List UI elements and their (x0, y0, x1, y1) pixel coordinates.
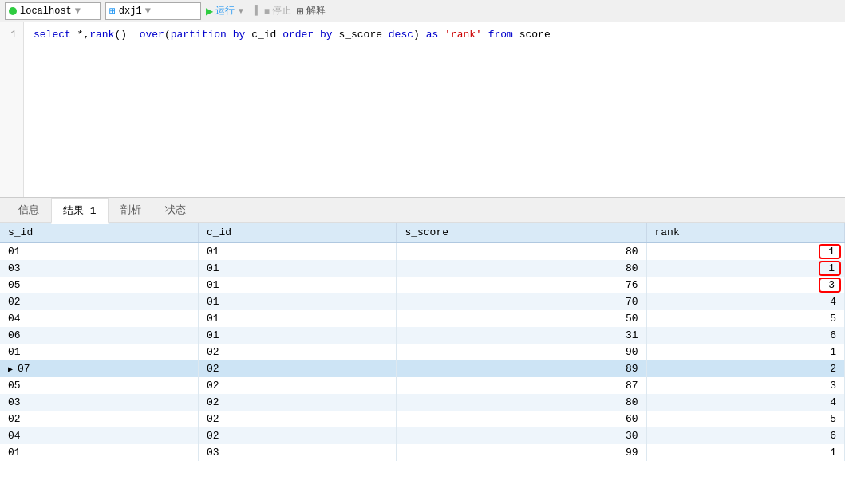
cell-cid: 01 (198, 260, 396, 277)
results-table: s_id c_id s_score rank 01018010301801050… (0, 223, 845, 461)
explain-button[interactable]: ⊞ 解释 (296, 4, 326, 18)
cell-sscore: 99 (397, 444, 646, 461)
col-header-sscore[interactable]: s_score (397, 223, 646, 242)
cell-sid: 05 (0, 377, 198, 394)
cell-sid: 06 (0, 327, 198, 344)
stop-button[interactable]: ■ 停止 (264, 4, 291, 18)
cell-sid: 04 (0, 427, 198, 444)
cell-sid: 03 (0, 260, 198, 277)
table-row[interactable]: 0601316 (0, 327, 845, 344)
table-row[interactable]: 0201704 (0, 293, 845, 310)
separator1: ▐ (251, 5, 258, 17)
db-label: dxj1 (119, 6, 142, 17)
cell-cid: 02 (198, 411, 396, 427)
rank-highlight: 1 (819, 261, 841, 276)
cell-rank: 5 (646, 310, 845, 327)
cell-sid: 02 (0, 411, 198, 427)
cell-rank: 1 (646, 344, 845, 360)
cell-rank: 1 (646, 260, 845, 277)
col-header-rank[interactable]: rank (646, 223, 845, 242)
cell-sscore: 70 (397, 293, 646, 310)
table-row[interactable]: 0402306 (0, 427, 845, 444)
cell-sid: 01 (0, 444, 198, 461)
cell-cid: 01 (198, 242, 396, 260)
stop-icon: ■ (264, 6, 270, 17)
explain-icon: ⊞ (296, 6, 304, 17)
table-row[interactable]: 0502873 (0, 377, 845, 394)
cell-cid: 02 (198, 344, 396, 360)
row-arrow: ▶ (8, 365, 18, 374)
cell-sscore: 87 (397, 377, 646, 394)
cell-sscore: 89 (397, 360, 646, 377)
cell-cid: 03 (198, 444, 396, 461)
db-icon: ⊞ (109, 5, 116, 18)
table-row[interactable]: 0302804 (0, 394, 845, 411)
sql-editor[interactable]: 1 select *,rank() over(partition by c_id… (0, 22, 845, 198)
cell-sscore: 30 (397, 427, 646, 444)
cell-cid: 02 (198, 377, 396, 394)
table-row[interactable]: 0501763 (0, 277, 845, 293)
cell-sscore: 80 (397, 260, 646, 277)
tab-profiling[interactable]: 剖析 (109, 197, 153, 222)
cell-rank: 1 (646, 444, 845, 461)
cell-sid: 03 (0, 394, 198, 411)
cell-sscore: 50 (397, 310, 646, 327)
cell-sid: 05 (0, 277, 198, 293)
rank-highlight: 1 (819, 244, 841, 259)
results-area[interactable]: s_id c_id s_score rank 01018010301801050… (0, 223, 845, 504)
cell-rank: 3 (646, 377, 845, 394)
col-header-cid[interactable]: c_id (198, 223, 396, 242)
connection-status-icon (9, 7, 17, 15)
line-numbers: 1 (0, 22, 24, 197)
cell-rank: 4 (646, 394, 845, 411)
cell-sscore: 90 (397, 344, 646, 360)
tab-status[interactable]: 状态 (153, 197, 198, 222)
cell-cid: 02 (198, 394, 396, 411)
cell-rank: 3 (646, 277, 845, 293)
rank-highlight: 3 (819, 278, 841, 293)
cell-sscore: 80 (397, 242, 646, 260)
cell-sid: 04 (0, 310, 198, 327)
table-header-row: s_id c_id s_score rank (0, 223, 845, 242)
host-selector[interactable]: localhost ▼ (5, 2, 101, 20)
cell-cid: 02 (198, 360, 396, 377)
cell-sscore: 60 (397, 411, 646, 427)
cell-cid: 01 (198, 277, 396, 293)
cell-rank: 4 (646, 293, 845, 310)
tabs-bar: 信息 结果 1 剖析 状态 (0, 198, 845, 223)
table-row[interactable]: 0102901 (0, 344, 845, 360)
cell-cid: 01 (198, 310, 396, 327)
cell-sid: 02 (0, 293, 198, 310)
cell-rank: 5 (646, 411, 845, 427)
run-icon: ▶ (206, 6, 213, 17)
tab-info[interactable]: 信息 (6, 197, 51, 222)
cell-rank: 1 (646, 242, 845, 260)
cell-sid: ▶ 07 (0, 360, 198, 377)
col-header-sid[interactable]: s_id (0, 223, 198, 242)
table-row[interactable]: 0101801 (0, 242, 845, 260)
cell-cid: 01 (198, 327, 396, 344)
db-selector[interactable]: ⊞ dxj1 ▼ (105, 2, 201, 20)
toolbar: localhost ▼ ⊞ dxj1 ▼ ▶ 运行 ▼ ▐ ■ 停止 ⊞ 解释 (0, 0, 845, 22)
cell-cid: 02 (198, 427, 396, 444)
cell-rank: 6 (646, 427, 845, 444)
cell-sscore: 80 (397, 394, 646, 411)
cell-sscore: 31 (397, 327, 646, 344)
run-button[interactable]: ▶ 运行 ▼ (206, 4, 245, 18)
cell-rank: 2 (646, 360, 845, 377)
cell-cid: 01 (198, 293, 396, 310)
tab-results[interactable]: 结果 1 (51, 198, 109, 224)
table-row[interactable]: 0103991 (0, 444, 845, 461)
table-row[interactable]: ▶ 0702892 (0, 360, 845, 377)
cell-rank: 6 (646, 327, 845, 344)
table-row[interactable]: 0301801 (0, 260, 845, 277)
table-row[interactable]: 0401505 (0, 310, 845, 327)
cell-sid: 01 (0, 242, 198, 260)
host-label: localhost (20, 6, 72, 17)
cell-sscore: 76 (397, 277, 646, 293)
table-row[interactable]: 0202605 (0, 411, 845, 427)
cell-sid: 01 (0, 344, 198, 360)
sql-content[interactable]: select *,rank() over(partition by c_id o… (24, 22, 845, 197)
